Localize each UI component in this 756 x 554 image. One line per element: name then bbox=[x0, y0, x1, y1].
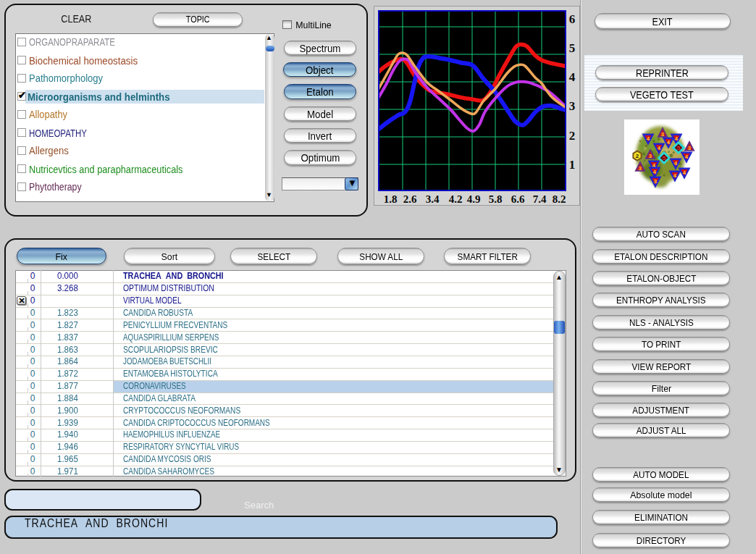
svg-text:3: 3 bbox=[688, 145, 692, 151]
svg-text:4: 4 bbox=[667, 139, 671, 146]
svg-text:4: 4 bbox=[685, 154, 689, 160]
svg-text:5: 5 bbox=[677, 145, 681, 151]
svg-text:3: 3 bbox=[661, 131, 665, 138]
svg-text:2: 2 bbox=[636, 153, 639, 159]
svg-text:3: 3 bbox=[639, 165, 642, 172]
svg-text:4: 4 bbox=[683, 169, 686, 176]
svg-text:4: 4 bbox=[647, 135, 650, 142]
svg-text:4: 4 bbox=[653, 169, 657, 175]
svg-text:3: 3 bbox=[649, 153, 652, 159]
svg-text:4: 4 bbox=[673, 172, 677, 179]
svg-text:5: 5 bbox=[663, 155, 666, 161]
svg-text:4: 4 bbox=[674, 160, 678, 167]
svg-text:4: 4 bbox=[675, 135, 679, 142]
svg-text:3: 3 bbox=[654, 178, 658, 185]
svg-text:4: 4 bbox=[658, 145, 661, 151]
